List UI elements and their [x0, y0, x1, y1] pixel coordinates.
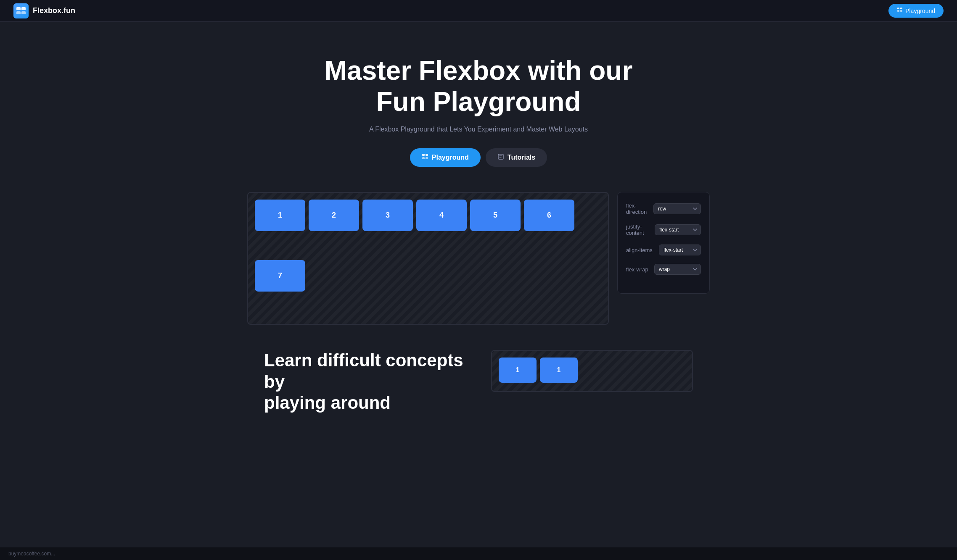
learn-demo: 1 1	[491, 350, 693, 392]
bottom-bar: buymeacoffee.com...	[0, 547, 957, 560]
hero-subtitle: A Flexbox Playground that Lets You Exper…	[8, 126, 949, 133]
learn-canvas: 1 1	[491, 350, 693, 392]
hero-tutorials-label: Tutorials	[508, 154, 535, 161]
flex-item: 4	[416, 200, 467, 231]
svg-rect-8	[422, 154, 425, 156]
flex-canvas: 1234567	[247, 192, 609, 325]
learn-text: Learn difficult concepts by playing arou…	[264, 350, 466, 413]
learn-title: Learn difficult concepts by playing arou…	[264, 350, 466, 413]
justify-content-select[interactable]: flex-startflex-endcenterspace-betweenspa…	[655, 224, 701, 235]
svg-rect-3	[21, 11, 26, 14]
svg-rect-1	[21, 7, 26, 10]
learn-item-1: 1	[499, 358, 537, 383]
nav-playground-button[interactable]: Playground	[888, 4, 944, 18]
hero-section: Master Flexbox with our Fun Playground A…	[0, 22, 957, 192]
align-items-select[interactable]: flex-startflex-endcenterstretchbaseline	[659, 245, 701, 255]
hero-playground-icon	[422, 153, 428, 162]
hero-title: Master Flexbox with our Fun Playground	[8, 55, 949, 117]
svg-rect-5	[900, 8, 902, 9]
flex-items-container: 1234567	[255, 200, 601, 317]
flex-item: 5	[470, 200, 521, 231]
control-row-align-items: align-itemsflex-startflex-endcenterstret…	[626, 245, 701, 255]
svg-rect-0	[16, 7, 21, 10]
flex-item: 1	[255, 200, 305, 231]
flex-wrap-label: flex-wrap	[626, 266, 648, 273]
align-items-label: align-items	[626, 247, 653, 253]
learn-title-line2: playing around	[264, 393, 391, 413]
control-row-justify-content: justify-contentflex-startflex-endcenters…	[626, 223, 701, 236]
flex-direction-select[interactable]: rowrow-reversecolumncolumn-reverse	[653, 203, 701, 214]
brand: Flexbox.fun	[13, 3, 75, 18]
svg-rect-9	[426, 154, 428, 156]
learn-title-line1: Learn difficult concepts by	[264, 350, 463, 391]
justify-content-label: justify-content	[626, 223, 655, 236]
flex-direction-label: flex-direction	[626, 202, 653, 215]
nav-playground-label: Playground	[905, 8, 935, 14]
flex-item: 2	[309, 200, 359, 231]
svg-rect-2	[16, 11, 21, 14]
flex-wrap-select[interactable]: nowrapwrapwrap-reverse	[654, 264, 701, 275]
flex-item: 6	[524, 200, 574, 231]
hero-title-line2: Fun Playground	[376, 87, 581, 117]
svg-rect-6	[897, 10, 899, 12]
flex-item: 7	[255, 260, 305, 292]
control-row-flex-direction: flex-directionrowrow-reversecolumncolumn…	[626, 202, 701, 215]
hero-title-line1: Master Flexbox with our	[325, 55, 633, 86]
flex-item: 3	[362, 200, 413, 231]
demo-container: 1234567 flex-directionrowrow-reversecolu…	[247, 192, 710, 325]
control-row-flex-wrap: flex-wrapnowrapwrapwrap-reverse	[626, 264, 701, 275]
hero-playground-label: Playground	[432, 154, 469, 161]
learn-item-2: 1	[540, 358, 578, 383]
footer-text: buymeacoffee.com...	[8, 551, 55, 557]
svg-rect-4	[897, 8, 899, 9]
hero-playground-button[interactable]: Playground	[410, 148, 481, 167]
hero-tutorials-icon	[497, 153, 504, 162]
navbar: Flexbox.fun Playground	[0, 0, 957, 22]
hero-buttons: Playground Tutorials	[8, 148, 949, 167]
brand-logo-icon	[13, 3, 29, 18]
svg-rect-11	[426, 157, 428, 159]
hero-tutorials-button[interactable]: Tutorials	[486, 148, 547, 167]
demo-section: 1234567 flex-directionrowrow-reversecolu…	[0, 192, 957, 350]
learn-section: Learn difficult concepts by playing arou…	[247, 350, 710, 447]
svg-rect-7	[900, 10, 902, 12]
svg-rect-10	[422, 157, 425, 159]
brand-name: Flexbox.fun	[33, 6, 75, 15]
svg-rect-12	[498, 154, 503, 159]
nav-playground-icon	[897, 7, 903, 14]
controls-panel: flex-directionrowrow-reversecolumncolumn…	[617, 192, 710, 294]
